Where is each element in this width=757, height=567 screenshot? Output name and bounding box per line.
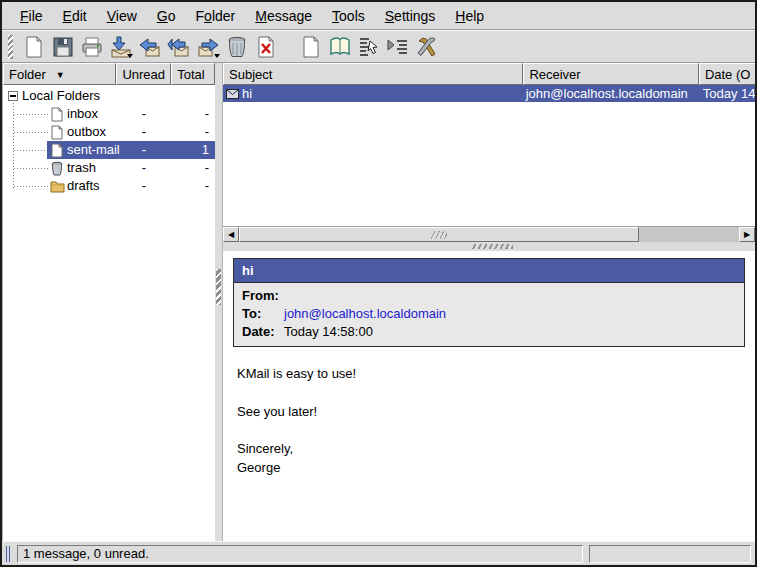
- mark-message-button[interactable]: [354, 32, 383, 61]
- column-header-receiver[interactable]: Receiver: [523, 63, 699, 85]
- kmail-window: File Edit View Go Folder Message Tools S…: [0, 0, 757, 567]
- message-row[interactable]: hi john@localhost.localdomain Today 14: [223, 85, 755, 102]
- trash-button[interactable]: [222, 32, 251, 61]
- message-header-box: hi From: To: john@localhost.localdomain …: [233, 258, 745, 347]
- new-message-button[interactable]: [19, 32, 48, 61]
- page-icon: [50, 107, 64, 127]
- message-body: KMail is easy to use! See you later! Sin…: [237, 365, 745, 478]
- menu-settings[interactable]: Settings: [375, 4, 446, 28]
- folder-row-sent-mail[interactable]: sent-mail - 1: [3, 141, 215, 159]
- page-icon: [50, 125, 64, 145]
- menubar: File Edit View Go Folder Message Tools S…: [2, 2, 755, 30]
- statusbar: 1 message, 0 unread.: [2, 541, 755, 565]
- column-header-subject[interactable]: Subject: [223, 63, 523, 85]
- menu-tools[interactable]: Tools: [322, 4, 375, 28]
- page-icon: [50, 143, 64, 163]
- menu-folder[interactable]: Folder: [186, 4, 246, 28]
- address-book-icon: [328, 35, 352, 59]
- message-list-headers: Subject Receiver Date (O: [223, 63, 755, 85]
- menu-help[interactable]: Help: [445, 4, 494, 28]
- column-header-date[interactable]: Date (O: [699, 63, 755, 85]
- status-secondary-panel: [589, 545, 751, 563]
- filter-icon: [386, 35, 410, 59]
- message-preview: hi From: To: john@localhost.localdomain …: [223, 251, 755, 541]
- reply-button[interactable]: [135, 32, 164, 61]
- status-message: 1 message, 0 unread.: [17, 545, 583, 563]
- folder-list-headers: Folder▼ Unread Total: [3, 63, 215, 85]
- check-mail-button[interactable]: [106, 32, 135, 61]
- menu-file[interactable]: File: [10, 4, 53, 28]
- compose-button[interactable]: [296, 32, 325, 61]
- date-label: Date:: [242, 324, 284, 340]
- to-row: To: john@localhost.localdomain: [234, 305, 744, 323]
- folder-row-drafts[interactable]: drafts - -: [3, 177, 215, 195]
- statusbar-grip: [6, 546, 11, 562]
- message-list: hi john@localhost.localdomain Today 14: [223, 85, 755, 226]
- toolbar: [2, 30, 755, 63]
- pane-splitter-vertical[interactable]: [215, 63, 222, 541]
- configure-icon: [415, 35, 439, 59]
- configure-button[interactable]: [412, 32, 441, 61]
- to-address-link[interactable]: john@localhost.localdomain: [284, 306, 446, 322]
- pane-splitter-horizontal[interactable]: [223, 242, 755, 251]
- column-header-unread[interactable]: Unread: [116, 63, 171, 85]
- folder-row-inbox[interactable]: inbox - -: [3, 105, 215, 123]
- folder-pane: Folder▼ Unread Total Local Folders inbox: [2, 63, 215, 541]
- message-pane: Subject Receiver Date (O hi john@localho…: [222, 63, 755, 541]
- thumb-grip: [431, 231, 447, 239]
- forward-button[interactable]: [193, 32, 222, 61]
- column-header-total[interactable]: Total: [171, 63, 215, 85]
- main-area: Folder▼ Unread Total Local Folders inbox: [2, 63, 755, 541]
- scroll-right-button[interactable]: ▶: [739, 227, 755, 242]
- delete-button[interactable]: [251, 32, 280, 61]
- print-icon: [80, 35, 104, 59]
- save-icon: [51, 35, 75, 59]
- splitter-grip[interactable]: [216, 269, 221, 305]
- filter-button[interactable]: [383, 32, 412, 61]
- menu-go[interactable]: Go: [147, 4, 186, 28]
- folder-row-trash[interactable]: trash - -: [3, 159, 215, 177]
- arrow-left-icon: ◀: [228, 230, 234, 239]
- address-book-button[interactable]: [325, 32, 354, 61]
- splitter-grip[interactable]: [471, 244, 513, 249]
- trash-icon: [225, 35, 249, 59]
- arrow-right-icon: ▶: [744, 230, 750, 239]
- column-header-folder[interactable]: Folder▼: [3, 63, 116, 85]
- save-button[interactable]: [48, 32, 77, 61]
- reply-all-button[interactable]: [164, 32, 193, 61]
- compose-icon: [299, 35, 323, 59]
- forward-dropdown-icon[interactable]: [214, 54, 220, 58]
- toolbar-grip[interactable]: [8, 35, 13, 59]
- envelope-icon: [226, 89, 239, 99]
- scrollbar-track[interactable]: [639, 227, 739, 242]
- scrollbar-thumb[interactable]: [239, 227, 639, 242]
- menu-view[interactable]: View: [97, 4, 147, 28]
- reply-all-icon: [167, 35, 191, 59]
- reply-icon: [138, 35, 162, 59]
- to-label: To:: [242, 306, 284, 322]
- folder-icon: [50, 179, 65, 198]
- menu-edit[interactable]: Edit: [53, 4, 97, 28]
- from-label: From:: [242, 288, 284, 304]
- horizontal-scrollbar[interactable]: ◀ ▶: [223, 226, 755, 242]
- sort-indicator-icon: ▼: [56, 70, 65, 80]
- toolbar-separator: [280, 46, 296, 47]
- from-row: From:: [234, 287, 744, 305]
- scroll-left-button[interactable]: ◀: [223, 227, 239, 242]
- new-message-icon: [22, 35, 46, 59]
- trash-icon: [50, 161, 64, 181]
- message-subject-title: hi: [234, 259, 744, 282]
- folder-tree: Local Folders inbox - - outbox - - sent-: [3, 85, 215, 541]
- mark-message-icon: [357, 35, 381, 59]
- check-mail-dropdown-icon[interactable]: [127, 54, 133, 58]
- menu-message[interactable]: Message: [245, 4, 322, 28]
- folder-row-local-folders[interactable]: Local Folders: [3, 87, 215, 105]
- message-header-fields: From: To: john@localhost.localdomain Dat…: [234, 282, 744, 346]
- date-row: Date: Today 14:58:00: [234, 323, 744, 341]
- folder-row-outbox[interactable]: outbox - -: [3, 123, 215, 141]
- print-button[interactable]: [77, 32, 106, 61]
- delete-icon: [254, 35, 278, 59]
- date-value: Today 14:58:00: [284, 324, 373, 340]
- collapse-expander-icon[interactable]: [8, 91, 18, 101]
